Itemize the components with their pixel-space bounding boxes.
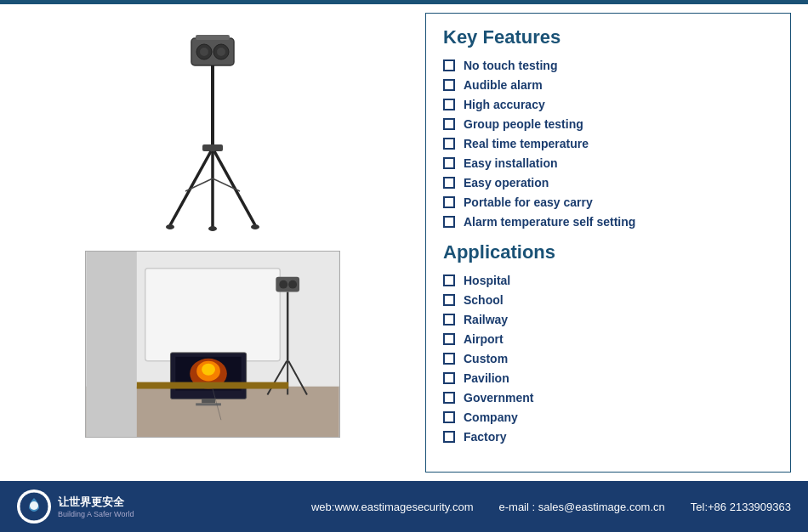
checkbox-icon bbox=[443, 314, 455, 325]
logo-circle bbox=[17, 490, 51, 524]
app-item: Government bbox=[443, 391, 773, 405]
email-info: e-mail : sales@eastimage.com.cn bbox=[499, 501, 665, 513]
checkbox-icon bbox=[443, 79, 455, 91]
checkbox-icon bbox=[443, 372, 455, 384]
svg-point-39 bbox=[30, 501, 38, 510]
svg-rect-5 bbox=[196, 35, 230, 40]
footer-logo: 让世界更安全 Building A Safer World bbox=[17, 490, 134, 524]
feature-list: No touch testingAudible alarmHigh accura… bbox=[443, 59, 773, 229]
checkbox-icon bbox=[443, 59, 455, 71]
svg-point-14 bbox=[251, 224, 259, 229]
checkbox-icon bbox=[443, 411, 455, 423]
feature-item: Real time temperature bbox=[443, 137, 773, 150]
checkbox-icon bbox=[443, 274, 455, 286]
app-item: Pavilion bbox=[443, 371, 773, 385]
svg-point-33 bbox=[202, 364, 215, 376]
svg-rect-7 bbox=[202, 144, 223, 151]
logo-english: Building A Safer World bbox=[58, 510, 134, 518]
key-features-section: Key Features No touch testingAudible ala… bbox=[443, 26, 773, 229]
feature-item: Easy operation bbox=[443, 176, 773, 190]
features-box: Key Features No touch testingAudible ala… bbox=[425, 13, 791, 473]
key-features-title: Key Features bbox=[443, 26, 773, 48]
app-item: Factory bbox=[443, 430, 773, 444]
checkbox-icon bbox=[443, 216, 455, 228]
svg-rect-34 bbox=[202, 399, 215, 403]
svg-point-15 bbox=[208, 226, 217, 231]
svg-point-22 bbox=[279, 280, 287, 289]
checkbox-icon bbox=[443, 333, 455, 345]
applications-list: HospitalSchoolRailwayAirportCustomPavili… bbox=[443, 274, 773, 444]
feature-item: Audible alarm bbox=[443, 78, 773, 92]
svg-rect-20 bbox=[145, 269, 281, 361]
feature-item: Group people testing bbox=[443, 117, 773, 131]
left-column bbox=[17, 13, 408, 473]
footer-links: web:www.eastimagesecurity.com e-mail : s… bbox=[311, 501, 791, 513]
logo-chinese: 让世界更安全 bbox=[58, 495, 134, 510]
app-item: Company bbox=[443, 410, 773, 424]
svg-marker-19 bbox=[86, 252, 136, 437]
footer: 让世界更安全 Building A Safer World web:www.ea… bbox=[0, 481, 808, 532]
checkbox-icon bbox=[443, 353, 455, 365]
checkbox-icon bbox=[443, 294, 455, 306]
checkbox-icon bbox=[443, 177, 455, 189]
checkbox-icon bbox=[443, 99, 455, 110]
tel-info: Tel:+86 2133909363 bbox=[691, 501, 791, 513]
checkbox-icon bbox=[443, 118, 455, 130]
applications-section: Applications HospitalSchoolRailwayAirpor… bbox=[443, 241, 773, 444]
svg-rect-36 bbox=[137, 382, 288, 389]
svg-line-12 bbox=[213, 178, 240, 191]
main-content: Key Features No touch testingAudible ala… bbox=[0, 4, 808, 481]
checkbox-icon bbox=[443, 392, 455, 404]
feature-item: High accuracy bbox=[443, 98, 773, 111]
web-info: web:www.eastimagesecurity.com bbox=[311, 501, 474, 513]
svg-point-13 bbox=[166, 224, 174, 229]
room-photo bbox=[85, 251, 340, 438]
svg-point-4 bbox=[217, 48, 225, 56]
feature-item: Alarm temperature self setting bbox=[443, 215, 773, 229]
svg-point-2 bbox=[200, 48, 208, 56]
app-item: Custom bbox=[443, 352, 773, 365]
checkbox-icon bbox=[443, 138, 455, 150]
checkbox-icon bbox=[443, 157, 455, 169]
feature-item: No touch testing bbox=[443, 59, 773, 72]
checkbox-icon bbox=[443, 431, 455, 443]
feature-item: Easy installation bbox=[443, 156, 773, 170]
app-item: Hospital bbox=[443, 274, 773, 287]
applications-title: Applications bbox=[443, 241, 773, 263]
app-item: Airport bbox=[443, 332, 773, 346]
checkbox-icon bbox=[443, 196, 455, 208]
camera-tripod-image bbox=[119, 21, 306, 242]
svg-line-11 bbox=[185, 178, 213, 191]
feature-item: Portable for easy carry bbox=[443, 195, 773, 209]
app-item: Railway bbox=[443, 313, 773, 326]
app-item: School bbox=[443, 293, 773, 307]
svg-point-23 bbox=[288, 280, 297, 289]
